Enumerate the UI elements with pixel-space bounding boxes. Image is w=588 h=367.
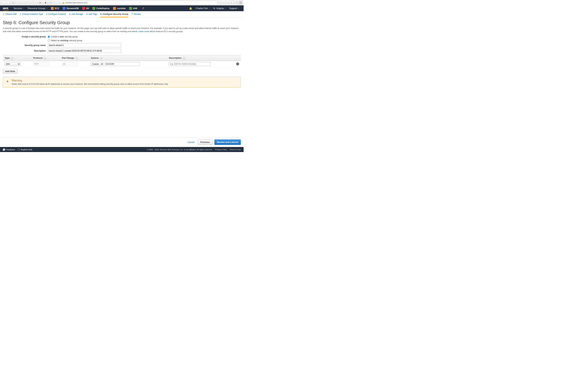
radio-select-existing-input[interactable] — [48, 40, 50, 42]
back-button[interactable]: ‹ — [1, 1, 6, 4]
warning-title: Warning — [12, 79, 168, 82]
nav-service-dynamodb[interactable]: DynamoDB — [61, 5, 80, 11]
rule-port — [62, 62, 78, 66]
bell-icon: 🔔 — [189, 7, 192, 10]
sg-name-label: Security group name: — [3, 44, 48, 47]
col-port-range: Port Range i — [60, 55, 89, 61]
wizard-tab-4[interactable]: 5. Add Tags — [86, 13, 97, 17]
browser-toolbar: ‹ › ◫ ◐ ◉ ⓘ 🔒 console.aws.amazon.com ⟳ ⇪… — [0, 0, 244, 5]
nav-services[interactable]: Services▾ — [12, 5, 26, 11]
nav-service-iam[interactable]: IAM — [127, 5, 139, 11]
shield-icon[interactable]: ◐ — [38, 1, 42, 4]
sg-desc-input[interactable] — [48, 49, 121, 53]
lock-icon: 🔒 — [62, 2, 65, 4]
tabs-icon[interactable]: ❐ — [234, 1, 239, 4]
wizard-tab-2[interactable]: 3. Configure Instance — [46, 13, 66, 17]
nav-pin-icon[interactable]: 📌 — [139, 5, 146, 11]
info-icon[interactable]: i — [100, 57, 102, 59]
chevron-down-icon: ▾ — [23, 8, 24, 9]
service-icon — [129, 7, 132, 10]
col-description: Description i — [167, 55, 234, 61]
chevron-down-icon: ▾ — [225, 8, 225, 9]
add-rule-button[interactable]: Add Rule — [3, 69, 17, 74]
nav-service-s3[interactable]: S3 — [80, 5, 91, 11]
wizard-tab-0[interactable]: 1. Choose AMI — [3, 13, 17, 17]
globe-icon — [17, 148, 20, 151]
aws-global-nav: aws Services▾ Resource Groups▾ EC2Dynamo… — [0, 5, 244, 11]
service-icon — [63, 7, 65, 10]
bookmark-icon[interactable]: ◉ — [43, 1, 48, 4]
info-icon[interactable]: i — [183, 57, 185, 59]
wizard-tab-5[interactable]: 6. Configure Security Group — [100, 13, 128, 17]
nav-service-ec2[interactable]: EC2 — [49, 5, 61, 11]
new-tab-button[interactable]: + — [239, 1, 242, 5]
url-text: console.aws.amazon.com — [65, 1, 87, 4]
rule-source-input[interactable] — [105, 62, 140, 66]
terms-link[interactable]: Terms of Use — [229, 149, 241, 151]
service-icon — [113, 7, 116, 10]
remove-rule-icon[interactable]: ✕ — [236, 63, 239, 65]
page-title: Step 6: Configure Security Group — [3, 20, 241, 25]
assign-sg-label: Assign a security group: — [3, 35, 48, 38]
nav-user[interactable]: Charlie Fish▾ — [194, 5, 211, 11]
nav-notifications[interactable]: 🔔 — [187, 5, 194, 11]
nav-service-codedeploy[interactable]: CodeDeploy — [91, 5, 111, 11]
wizard-steps: 1. Choose AMI2. Choose Instance Type3. C… — [0, 11, 244, 17]
service-icon — [82, 7, 85, 10]
forward-button[interactable]: › — [6, 1, 10, 4]
sidebar-toggle[interactable]: ◫ — [11, 1, 15, 4]
info-icon[interactable]: i — [44, 57, 46, 59]
reload-icon[interactable]: ⟳ — [217, 1, 219, 4]
sg-desc-label: Description: — [3, 50, 48, 52]
service-icon — [92, 7, 95, 10]
col-protocol: Protocol i — [32, 55, 60, 61]
chevron-down-icon: ▾ — [47, 8, 47, 9]
rule-type-select[interactable]: SSH — [5, 62, 20, 66]
col-type: Type i — [3, 55, 32, 61]
chevron-down-icon: ▾ — [209, 8, 210, 9]
wizard-tab-1[interactable]: 2. Choose Instance Type — [20, 13, 43, 17]
col-source: Source i — [89, 55, 167, 61]
main-content: Step 6: Configure Security Group A secur… — [0, 17, 244, 90]
warning-banner: ▲ Warning Rules with source of 0.0.0.0/0… — [3, 77, 241, 88]
share-icon[interactable]: ⇪ — [229, 1, 233, 4]
wizard-tab-3[interactable]: 4. Add Storage — [69, 13, 83, 17]
radio-create-new[interactable]: Create a new security group — [48, 35, 78, 38]
previous-button[interactable]: Previous — [198, 140, 213, 145]
learn-more-link[interactable]: Learn more — [138, 30, 149, 33]
review-launch-button[interactable]: Review and Launch — [214, 140, 241, 145]
page-description: A security group is a set of firewall ru… — [3, 27, 241, 33]
chevron-down-icon: ▾ — [238, 8, 239, 9]
nav-support[interactable]: Support▾ — [227, 5, 241, 11]
service-icon — [51, 7, 54, 10]
chat-icon — [3, 148, 5, 151]
table-row: SSH Custom ✕ — [3, 61, 241, 67]
rule-source-select[interactable]: Custom — [91, 62, 104, 66]
cancel-button[interactable]: Cancel — [186, 140, 196, 144]
wizard-tab-6[interactable]: 7. Review — [131, 13, 141, 17]
action-bar: Cancel Previous Review and Launch — [0, 137, 244, 147]
language-select[interactable]: English (US) — [17, 148, 32, 151]
nav-region[interactable]: N. Virginia▾ — [212, 5, 227, 11]
rules-table: Type iProtocol iPort Range iSource iDesc… — [3, 55, 241, 67]
info-icon[interactable]: i — [75, 57, 78, 59]
radio-select-existing[interactable]: Select an existing security group — [48, 39, 82, 42]
aws-logo[interactable]: aws — [3, 7, 8, 10]
privacy-link[interactable]: Privacy Policy — [215, 149, 227, 151]
url-bar[interactable]: 🔒 console.aws.amazon.com ⟳ — [62, 1, 220, 5]
rule-desc-input[interactable] — [169, 62, 210, 66]
warning-icon: ▲ — [6, 79, 9, 85]
radio-create-new-input[interactable] — [48, 36, 50, 38]
footer: Feedback English (US) © 2008 - 2018, Ama… — [0, 147, 244, 152]
info-icon[interactable]: ⓘ — [49, 1, 53, 4]
info-icon[interactable]: i — [11, 57, 13, 59]
feedback-link[interactable]: Feedback — [3, 148, 15, 151]
rule-protocol — [33, 62, 49, 66]
sg-name-input[interactable] — [48, 43, 121, 47]
copyright-text: © 2008 - 2018, Amazon Web Services, Inc.… — [147, 149, 213, 151]
nav-resource-groups[interactable]: Resource Groups▾ — [26, 5, 49, 11]
nav-service-lambda[interactable]: Lambda — [111, 5, 127, 11]
warning-text: Rules with source of 0.0.0.0/0 allow all… — [12, 83, 168, 85]
